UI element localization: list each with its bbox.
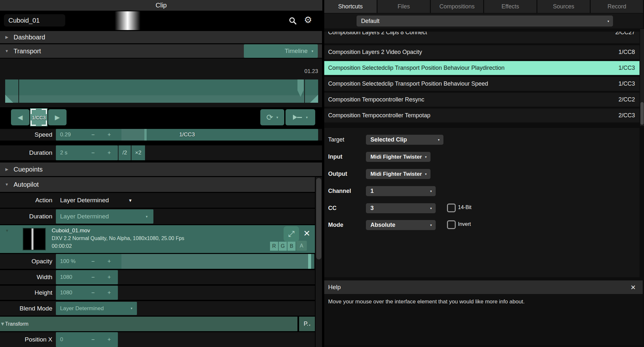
duration-decrement-button[interactable]: − (88, 150, 98, 156)
input-value: Midi Fighter Twister (370, 154, 422, 160)
duration-double-button[interactable]: ×2 (131, 145, 145, 160)
timeline-playhead[interactable] (297, 79, 304, 97)
height-decrement-button[interactable]: − (88, 289, 98, 296)
position-x-value: 0 (60, 336, 63, 343)
tab-effects[interactable]: Effects (484, 0, 536, 13)
timeline-in-handle[interactable] (5, 95, 13, 103)
position-x-decrement-button[interactable]: − (88, 336, 98, 343)
duration-halve-label: /2 (122, 150, 127, 156)
section-cuepoints[interactable]: ▶ Cuepoints (0, 163, 322, 176)
opacity-slider-handle[interactable] (308, 254, 311, 269)
channel-b-label: B (290, 243, 293, 249)
position-x-row: Position X 0 − + (0, 332, 315, 347)
input-dropdown[interactable]: Midi Fighter Twister ▾ (366, 152, 431, 162)
next-frame-button[interactable]: ▶ (48, 109, 67, 125)
section-dashboard[interactable]: ▶ Dashboard (0, 31, 322, 43)
expand-clip-button[interactable]: ⤢ (284, 226, 299, 242)
shortcut-row-selected[interactable]: Composition Selectedclip Transport Posit… (324, 61, 639, 75)
height-value-field[interactable]: 1080 − + (56, 286, 118, 300)
timeline-scrubber[interactable] (5, 79, 318, 103)
invert-checkbox[interactable] (447, 220, 456, 229)
chevron-down-icon: ▾ (146, 215, 148, 219)
position-x-value-field[interactable]: 0 − + (56, 332, 118, 347)
previous-frame-button[interactable]: ◀ (11, 109, 29, 125)
blend-mode-dropdown[interactable]: Layer Determined ▾ (56, 302, 137, 315)
channel-label: Channel (328, 186, 351, 196)
gear-icon[interactable]: ⚙ (304, 15, 312, 25)
cc-value: 3 (370, 205, 374, 212)
play-pause-midi-mapped-button[interactable]: 1/CC3 (30, 108, 47, 126)
timeline-out-handle[interactable] (310, 95, 318, 103)
duration-row: Duration 2 s − + /2 ×2 (0, 145, 322, 160)
14bit-checkbox[interactable] (447, 204, 456, 212)
speed-slider[interactable]: 0.29 − + 1/CC3 (56, 129, 318, 141)
invert-checkbox-label: Invert (458, 220, 471, 228)
tab-shortcuts[interactable]: Shortcuts (324, 0, 377, 13)
tab-compositions[interactable]: Compositions (431, 0, 483, 13)
chevron-right-icon: ▶ (0, 35, 14, 39)
width-decrement-button[interactable]: − (88, 274, 98, 281)
shortcut-list-scrollbar-thumb[interactable] (640, 102, 644, 125)
duration-increment-button[interactable]: + (104, 150, 114, 156)
loop-icon: ⟳ (266, 113, 273, 122)
14bit-checkbox-label: 14-Bit (458, 204, 472, 211)
play-direction-button[interactable]: ▾ (286, 109, 315, 125)
duration-value-field[interactable]: 2 s − + (56, 145, 118, 160)
shortcut-row[interactable]: Composition Selectedclip Transport Posit… (324, 77, 639, 91)
chevron-right-icon: ▶ (0, 167, 14, 172)
section-autopilot[interactable]: ▼ Autopilot (0, 177, 315, 192)
duration-halve-button[interactable]: /2 (119, 145, 131, 160)
position-x-increment-button[interactable]: + (104, 336, 114, 343)
shortcut-preset-dropdown[interactable]: Default ▾ (357, 16, 613, 26)
channel-g-button[interactable]: G (279, 242, 287, 251)
opacity-increment-button[interactable]: + (104, 258, 114, 265)
action-dropdown[interactable]: Layer Determined ▼ (56, 193, 162, 208)
channel-dropdown[interactable]: 1 ▾ (366, 186, 436, 196)
target-dropdown[interactable]: Selected Clip ▾ (366, 135, 443, 145)
chevron-down-icon: ▼ (0, 49, 14, 53)
section-transform[interactable]: ▼ Transform (0, 317, 297, 331)
output-dropdown[interactable]: Midi Fighter Twister ▾ (366, 169, 431, 179)
autopilot-duration-row: Duration Layer Determined ▾ (0, 209, 315, 224)
autopilot-duration-dropdown[interactable]: Layer Determined ▾ (56, 209, 153, 224)
shortcut-list-scrollbar[interactable] (640, 29, 644, 126)
channel-r-button[interactable]: R (270, 242, 278, 251)
clip-length: 00:00:02 (52, 243, 72, 249)
search-icon[interactable] (288, 16, 297, 26)
clip-thumbnail-strip[interactable]: Cuboid_01 ⚙ (0, 11, 322, 30)
close-icon[interactable]: × (631, 282, 636, 292)
clip-file-thumbnail (23, 228, 46, 250)
thumbnail-stripe (31, 228, 34, 250)
height-increment-button[interactable]: + (104, 289, 114, 296)
shortcut-row[interactable]: Composition Tempocontroller Resync 2/CC2 (324, 93, 639, 107)
shortcut-row[interactable]: Composition Tempocontroller Tempotap 2/C… (324, 109, 639, 122)
tab-record[interactable]: Record (591, 0, 643, 13)
mapping-form (324, 128, 639, 277)
tab-files[interactable]: Files (378, 0, 430, 13)
loop-mode-button[interactable]: ⟳ ▾ (260, 109, 284, 125)
clip-panel-scrollbar-thumb[interactable] (316, 178, 321, 259)
transport-mode-dropdown[interactable]: Timeline ▾ (244, 44, 318, 58)
cc-dropdown[interactable]: 3 ▾ (366, 203, 436, 213)
chevron-down-icon[interactable]: ▼ (5, 228, 9, 233)
transform-preset-button[interactable]: P. ▾ (299, 317, 315, 331)
tab-sources[interactable]: Sources (537, 0, 590, 13)
shortcut-midi-value: 1/CC3 (618, 80, 635, 87)
chevron-down-icon: ▾ (430, 206, 432, 210)
clip-panel-scrollbar[interactable] (316, 177, 322, 347)
opacity-slider[interactable]: 100 % − + (56, 254, 314, 269)
section-transport[interactable]: ▼ Transport Timeline ▾ (0, 44, 322, 58)
width-value-field[interactable]: 1080 − + (56, 270, 118, 284)
shortcut-row[interactable]: Composition Layers 2 Clips 8 Connect 2/C… (324, 32, 639, 43)
opacity-decrement-button[interactable]: − (88, 258, 98, 265)
shortcut-row[interactable]: Composition Layers 2 Video Opacity 1/CC8 (324, 45, 639, 59)
opacity-label: Opacity (0, 254, 52, 269)
channel-b-button[interactable]: B (287, 242, 296, 251)
channel-a-button[interactable]: A (296, 241, 307, 251)
width-increment-button[interactable]: + (104, 274, 114, 281)
cc-label: CC (328, 203, 337, 213)
remove-clip-button[interactable]: × (301, 226, 313, 240)
input-label: Input (328, 152, 342, 162)
mode-dropdown[interactable]: Absolute ▾ (366, 220, 436, 230)
clip-name-field[interactable]: Cuboid_01 (4, 14, 65, 26)
